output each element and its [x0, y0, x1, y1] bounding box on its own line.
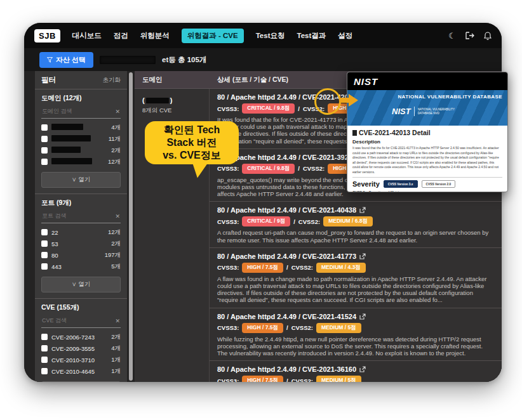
- cve-search-input[interactable]: CVE 검색 ✕: [41, 315, 121, 328]
- cve-detail-title: CVE-2021-42013 Detail: [352, 129, 502, 136]
- filter-item-count: 12개: [108, 158, 121, 166]
- checkbox[interactable]: [41, 240, 48, 247]
- redacted-label-bar: [51, 147, 81, 153]
- chevron-down-icon: ∨: [72, 176, 77, 183]
- cvss3-label: CVSS3:: [217, 324, 239, 331]
- cvss2-label: CVSS2:: [303, 165, 325, 172]
- tab-cvss-v2[interactable]: CVSS Version 2.0: [422, 180, 456, 188]
- filter-section-port: 포트 (9개) 포트 검색 ✕ 22 12개: [35, 194, 127, 299]
- filter-item-row: 80 197개: [41, 249, 121, 261]
- sidebar-scrollbar[interactable]: [129, 72, 133, 381]
- cvss3-badge: HIGH / 7.5점: [242, 323, 283, 333]
- nav-menu-item[interactable]: 대시보드: [72, 31, 102, 41]
- cvss3-badge: CRITICAL / 9.8점: [242, 103, 295, 114]
- external-link-icon[interactable]: [359, 207, 366, 213]
- nav-menu-item[interactable]: 설정: [338, 31, 352, 41]
- cvss3-label: CVSS3:: [217, 264, 239, 271]
- cvss2-badge: MEDIUM / 5점: [316, 376, 361, 382]
- filter-item-count: 2개: [111, 147, 121, 155]
- checkbox[interactable]: [41, 334, 48, 340]
- nav-menu-item[interactable]: 위험분석: [140, 31, 170, 41]
- filter-item-row: 4개: [41, 122, 121, 133]
- filter-item-label: [51, 135, 105, 143]
- external-link-icon[interactable]: [359, 253, 366, 259]
- cvss2-badge: MEDIUM / 4.3점: [316, 263, 366, 273]
- badge-separator: /: [293, 218, 295, 225]
- filter-item-count: 197개: [105, 251, 121, 259]
- tab-cvss-v3[interactable]: CVSS Version 3.x: [384, 180, 418, 188]
- cvss-badge-row: CVSS3: HIGH / 7.5점 / CVSS2: MEDIUM / 5점: [217, 323, 494, 333]
- checkbox[interactable]: [41, 368, 48, 374]
- nist-logo: NIST: [354, 76, 378, 87]
- checkbox[interactable]: [41, 345, 48, 351]
- filter-title: 필터: [41, 75, 56, 85]
- clear-search-icon[interactable]: ✕: [115, 108, 120, 115]
- cvss-badge-row: CVSS3: CRITICAL / 9점 / CVSS2: MEDIUM / 6…: [217, 216, 494, 226]
- cvss2-label: CVSS2:: [298, 218, 320, 225]
- bell-icon[interactable]: [484, 32, 492, 40]
- column-domain: 도메인: [135, 75, 210, 84]
- severity-row: Severity CVSS Version 3.x CVSS Version 2…: [352, 180, 502, 188]
- cvss2-label: CVSS2:: [291, 264, 313, 271]
- cvss3-label: CVSS3:: [217, 105, 239, 112]
- clear-search-icon[interactable]: ✕: [115, 213, 120, 220]
- nav-menu-item[interactable]: Test요청: [256, 31, 285, 41]
- filter-item-row: 53 2개: [41, 238, 121, 249]
- checkbox[interactable]: [41, 229, 48, 235]
- clear-search-icon[interactable]: ✕: [115, 318, 120, 324]
- checkbox[interactable]: [41, 136, 48, 142]
- nav-menu-item[interactable]: 위험결과 - CVE: [182, 29, 244, 43]
- expand-cve-button[interactable]: ∨ 열기: [41, 381, 121, 382]
- port-filter-list: 22 12개 53 2개 80: [41, 226, 121, 272]
- cvss3-label: CVSS3:: [217, 218, 239, 225]
- logout-icon[interactable]: [465, 32, 474, 39]
- nvd-banner-subtext: National VulnerabilityDatabase NVD: [418, 108, 455, 115]
- cvss3-badge: HIGH / 7.5점: [242, 376, 283, 382]
- checkbox[interactable]: [41, 124, 48, 131]
- badge-separator: /: [286, 377, 288, 382]
- nist-popup-header: NIST: [347, 72, 507, 90]
- nist-nvd-popup: NIST NATIONAL VULNERABILITY DATABASE NIS…: [347, 72, 508, 192]
- filter-reset-button[interactable]: 초기화: [103, 76, 121, 84]
- asset-select-button[interactable]: 자산 선택: [39, 52, 93, 68]
- cve-entry-title: 80 / Apache httpd 2.4.49 / CVE-2021-3616…: [217, 365, 494, 373]
- redacted-asset-name: [100, 56, 156, 64]
- expand-domain-button[interactable]: ∨ 열기: [41, 172, 121, 188]
- dark-mode-moon-icon[interactable]: ☾: [448, 32, 456, 40]
- cve-description: A flaw was found in a change made to pat…: [217, 275, 494, 304]
- cve-entry-title: 80 / Apache httpd 2.4.49 / CVE-2021-4043…: [217, 206, 494, 214]
- filter-item-row: CVE-2006-7243 2개: [41, 331, 121, 343]
- checkbox[interactable]: [41, 147, 48, 154]
- expand-port-button[interactable]: ∨ 열기: [41, 277, 121, 292]
- nav-menu-item[interactable]: Test결과: [297, 31, 326, 41]
- cve-entry: 80 / Apache httpd 2.4.49 / CVE-2021-4043…: [210, 202, 502, 247]
- redacted-label-bar: [51, 158, 92, 164]
- cvss2-badge: MEDIUM / 5점: [316, 323, 361, 333]
- chevron-down-icon: ∨: [72, 280, 77, 287]
- checkbox[interactable]: [41, 357, 48, 363]
- external-link-icon[interactable]: [359, 366, 366, 372]
- external-link-icon[interactable]: [359, 313, 366, 320]
- checkbox[interactable]: [41, 263, 48, 270]
- badge-separator: /: [298, 165, 300, 172]
- top-navbar: SJB 대시보드 점검 위험분석 위험결과 - CVE Test요청 Test결…: [24, 23, 502, 48]
- checkbox[interactable]: [41, 252, 48, 258]
- checkbox[interactable]: [41, 159, 48, 165]
- annotation-highlight-circle: [314, 88, 341, 115]
- annotation-arrow-icon: [339, 93, 358, 108]
- port-search-input[interactable]: 포트 검색 ✕: [41, 211, 121, 223]
- cvss2-label: CVSS2:: [291, 377, 313, 382]
- cve-description: A crafted request uri-path can cause mod…: [217, 229, 494, 243]
- nav-menu-item[interactable]: 점검: [114, 31, 128, 41]
- cve-entry-title: 80 / Apache httpd 2.4.49 / CVE-2021-4177…: [217, 253, 494, 260]
- filter-item-label: [51, 124, 107, 131]
- domain-search-input[interactable]: 도메인 검색 ✕: [41, 106, 121, 119]
- redacted-label-bar: [51, 135, 91, 141]
- filter-item-label: CVE-2010-4645: [51, 368, 107, 375]
- filter-funnel-icon: [47, 57, 53, 63]
- section-title: CVE (155개): [41, 303, 121, 312]
- redacted-label-bar: [51, 124, 83, 130]
- cvss2-badge: MEDIUM / 6.8점: [323, 216, 373, 226]
- nist-logo-small: NIST: [392, 107, 415, 116]
- nvd-banner-logo: NIST National VulnerabilityDatabase NVD: [392, 107, 455, 116]
